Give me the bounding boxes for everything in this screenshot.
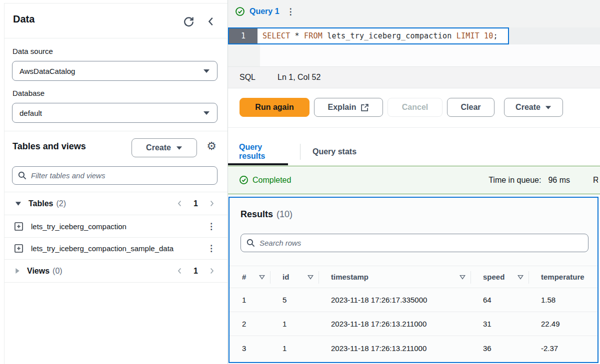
table-row[interactable]: 2 1 2023-11-18 17:26:13.211000 31 22.49 <box>230 312 598 336</box>
views-next-page-button[interactable] <box>208 267 216 275</box>
active-tab-underline <box>228 163 288 165</box>
table-row[interactable]: 1 5 2023-11-18 17:26:17.335000 64 1.58 <box>230 288 598 312</box>
results-table: # id timestamp speed temperature <box>230 266 598 360</box>
divider <box>4 131 228 131</box>
query-status-banner: Completed Time in queue: 96 ms R <box>228 166 600 194</box>
create-label: Create <box>516 103 540 112</box>
tab-query-stats[interactable]: Query stats <box>312 140 356 164</box>
column-label: timestamp <box>331 273 368 281</box>
table-item[interactable]: lets_try_iceberg_compaction_sample_data … <box>0 237 228 259</box>
cell-temperature: 22.49 <box>528 312 598 336</box>
cancel-button[interactable]: Cancel <box>388 98 442 117</box>
truncated-metric-label: R <box>593 176 598 185</box>
explain-label: Explain <box>328 103 356 112</box>
table-row[interactable]: 3 1 2023-11-18 17:26:13.211000 36 -2.37 <box>230 336 598 360</box>
cell-temperature: 1.58 <box>528 288 598 312</box>
sort-icon[interactable] <box>460 275 466 280</box>
explain-button[interactable]: Explain <box>314 98 383 117</box>
cell-id: 1 <box>270 336 318 360</box>
caret-down-icon <box>203 111 210 115</box>
expand-plus-icon <box>14 222 24 231</box>
create-table-button[interactable]: Create <box>132 138 197 157</box>
sort-icon[interactable] <box>518 275 524 280</box>
column-label: speed <box>483 273 504 281</box>
refresh-icon <box>183 16 194 27</box>
filter-tables-box <box>12 166 218 185</box>
cancel-label: Cancel <box>402 103 428 112</box>
database-value: default <box>20 109 42 117</box>
column-header[interactable]: timestamp <box>318 266 470 288</box>
table-item[interactable]: lets_try_iceberg_compaction ⋮ <box>0 215 228 237</box>
data-source-value: AwsDataCatalog <box>20 67 75 75</box>
data-source-select[interactable]: AwsDataCatalog <box>12 61 218 81</box>
tab-query-results[interactable]: Query results <box>228 140 288 164</box>
views-section-label: Views <box>27 267 50 276</box>
sql-code-line[interactable]: SELECT * FROM lets_try_iceberg_compactio… <box>258 28 508 43</box>
column-header[interactable]: speed <box>470 266 528 288</box>
data-panel-header: Data <box>4 3 228 38</box>
query-tab[interactable]: Query 1 ⋮ <box>235 6 295 16</box>
gear-icon: ⚙ <box>206 140 216 152</box>
sql-token: SELECT <box>262 31 290 40</box>
cell-timestamp: 2023-11-18 17:26:13.211000 <box>318 312 470 336</box>
sort-icon[interactable] <box>259 275 265 280</box>
column-label: temperature <box>541 273 584 281</box>
cell-speed: 31 <box>470 312 528 336</box>
time-in-queue-label: Time in queue: <box>488 176 541 185</box>
tables-section-label: Tables <box>28 199 54 208</box>
data-source-label: Data source <box>12 47 53 55</box>
create-dropdown-button[interactable]: Create <box>504 98 563 117</box>
search-rows-input[interactable] <box>260 239 583 247</box>
search-icon <box>18 171 27 180</box>
expand-plus-icon <box>14 244 24 253</box>
sort-icon[interactable] <box>308 275 314 280</box>
chevron-left-icon <box>176 267 184 275</box>
filter-tables-input[interactable] <box>31 171 212 180</box>
tables-count: (2) <box>56 199 66 208</box>
editor-background[interactable] <box>508 27 600 44</box>
external-link-icon <box>360 103 369 112</box>
cell-speed: 64 <box>470 288 528 312</box>
run-again-button[interactable]: Run again <box>240 98 310 117</box>
views-count: (0) <box>52 267 62 276</box>
table-actions-button[interactable]: ⋮ <box>207 244 216 253</box>
data-panel: Data Data source AwsDataCatalog Database… <box>0 0 228 364</box>
settings-button[interactable]: ⚙ <box>206 141 216 152</box>
line-number: 1 <box>229 28 258 43</box>
query-status-text: Completed <box>252 176 291 185</box>
chevron-right-icon <box>208 267 216 275</box>
search-rows-box <box>240 234 588 252</box>
tables-next-page-button[interactable] <box>208 200 216 207</box>
triangle-right-icon <box>15 268 20 274</box>
clear-label: Clear <box>460 103 480 112</box>
column-header[interactable]: # <box>230 266 270 288</box>
tables-section-row[interactable]: Tables (2) 1 <box>0 192 228 215</box>
table-actions-button[interactable]: ⋮ <box>207 222 216 231</box>
chevron-left-icon <box>176 200 184 207</box>
caret-down-icon <box>203 69 210 73</box>
kebab-icon: ⋮ <box>207 244 216 253</box>
kebab-icon: ⋮ <box>286 7 295 16</box>
clear-button[interactable]: Clear <box>447 98 494 117</box>
tables-prev-page-button[interactable] <box>176 200 184 207</box>
views-section-row[interactable]: Views (0) 1 <box>0 260 228 282</box>
results-title: Results(10) <box>240 209 292 220</box>
run-again-label: Run again <box>255 103 294 112</box>
views-page-number: 1 <box>194 267 198 276</box>
database-select[interactable]: default <box>12 103 218 123</box>
collapse-panel-button[interactable] <box>206 16 216 27</box>
column-label: # <box>242 273 246 281</box>
query-tab-menu-button[interactable]: ⋮ <box>286 7 295 16</box>
results-count: (10) <box>276 209 292 219</box>
triangle-down-icon <box>15 201 22 206</box>
refresh-button[interactable] <box>183 16 194 27</box>
sql-token: ; <box>494 31 498 40</box>
sql-token: FROM <box>304 31 322 40</box>
cell-row-number: 3 <box>230 336 270 360</box>
views-prev-page-button[interactable] <box>176 267 184 275</box>
sql-editor-active-line[interactable]: 1 SELECT * FROM lets_try_iceberg_compact… <box>228 27 509 44</box>
editor-empty-area[interactable] <box>228 44 600 66</box>
column-header[interactable]: id <box>270 266 318 288</box>
search-icon <box>246 238 256 248</box>
column-header[interactable]: temperature <box>528 266 598 288</box>
